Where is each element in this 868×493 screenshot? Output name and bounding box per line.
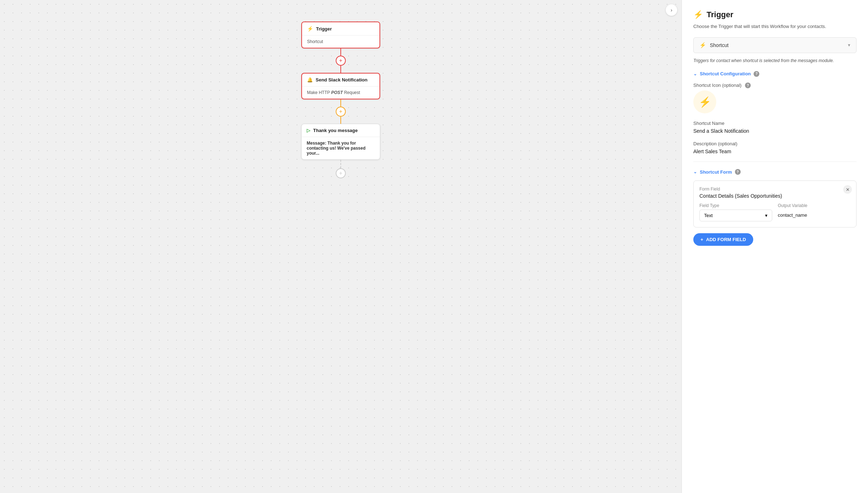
shortcut-config-header[interactable]: ⌄ Shortcut Configuration ? [693, 71, 857, 77]
field-type-value: Text [704, 213, 713, 218]
shortcut-name-group: Shortcut Name Send a Slack Notification [693, 121, 857, 134]
message-icon: ▷ [307, 128, 310, 133]
trigger-node[interactable]: ⚡ Trigger Shortcut [301, 22, 380, 48]
message-node[interactable]: ▷ Thank you message Message: Thank you f… [301, 124, 380, 160]
field-type-chevron: ▾ [765, 213, 768, 218]
message-node-body: Message: Thank you for contacting us! We… [302, 137, 380, 159]
slack-node-header: 🔔 Send Slack Notification [302, 74, 379, 86]
close-form-field-button[interactable]: ✕ [843, 185, 852, 194]
trigger-description: Triggers for contact when shortcut is se… [693, 57, 857, 64]
slack-body-bold: POST [331, 90, 343, 95]
output-variable-value: contact_name [778, 210, 851, 221]
panel-title-icon: ⚡ [693, 10, 703, 19]
message-node-header: ▷ Thank you message [302, 124, 380, 137]
shortcut-config-help[interactable]: ? [754, 71, 759, 77]
message-body-label: Message: [307, 141, 327, 146]
add-form-field-icon: + [700, 237, 703, 242]
panel-title-text: Trigger [707, 10, 733, 19]
connector-1: + [336, 48, 346, 73]
right-panel: ⚡ Trigger Choose the Trigger that will s… [681, 0, 868, 493]
shortcut-form-label: Shortcut Form [700, 169, 732, 175]
slack-node-body: Make HTTP POST Request [302, 86, 379, 99]
panel-subtitle: Choose the Trigger that will start this … [693, 23, 857, 30]
slack-body-pre: Make HTTP [307, 90, 331, 95]
connector-line-1b [340, 66, 341, 73]
trigger-icon: ⚡ [307, 26, 313, 32]
shortcut-form-header[interactable]: ⌄ Shortcut Form ? [693, 169, 857, 175]
shortcut-form-chevron: ⌄ [693, 169, 697, 174]
trigger-select-chevron: ▾ [848, 42, 850, 48]
trigger-node-header: ⚡ Trigger [302, 22, 379, 36]
slack-node[interactable]: 🔔 Send Slack Notification Make HTTP POST… [301, 73, 380, 99]
message-label: Thank you message [313, 128, 358, 133]
connector-line-3 [340, 160, 341, 168]
field-type-col: Field Type Text ▾ [699, 203, 772, 221]
panel-title: ⚡ Trigger [693, 10, 857, 19]
slack-label: Send Slack Notification [316, 77, 367, 83]
field-type-label: Field Type [699, 203, 772, 208]
field-type-row: Field Type Text ▾ Output Variable contac… [699, 203, 850, 221]
trigger-node-body: Shortcut [302, 36, 379, 48]
shortcut-icon-box[interactable]: ⚡ [693, 90, 716, 113]
shortcut-icon-emoji: ⚡ [699, 96, 711, 108]
connector-3: + [336, 160, 346, 178]
slack-body-post: Request [343, 90, 360, 95]
form-field-value: Contact Details (Sales Opportunities) [699, 193, 850, 199]
description-label: Description (optional) [693, 141, 857, 146]
add-form-field-button[interactable]: + ADD FORM FIELD [693, 233, 753, 246]
connector-line-2 [340, 99, 341, 107]
form-field-label: Form Field [699, 187, 850, 192]
add-button-2[interactable]: + [336, 107, 346, 117]
slack-icon: 🔔 [307, 77, 313, 83]
shortcut-config-label: Shortcut Configuration [700, 71, 751, 76]
description-group: Description (optional) Alert Sales Team [693, 141, 857, 154]
shortcut-config-chevron: ⌄ [693, 71, 697, 76]
form-field-box: ✕ Form Field Contact Details (Sales Oppo… [693, 180, 857, 227]
shortcut-icon-help[interactable]: ? [745, 83, 751, 88]
trigger-select-label: Shortcut [710, 42, 728, 48]
canvas-toggle[interactable]: › [666, 4, 677, 16]
shortcut-icon-group: Shortcut Icon (optional) ? ⚡ [693, 83, 857, 114]
add-button-3[interactable]: + [336, 168, 346, 178]
add-button-1[interactable]: + [336, 56, 346, 66]
trigger-label: Trigger [316, 26, 332, 32]
shortcut-icon-label: Shortcut Icon (optional) ? [693, 83, 857, 89]
field-type-select[interactable]: Text ▾ [699, 210, 772, 221]
add-form-field-label: ADD FORM FIELD [706, 237, 746, 242]
connector-2: + [336, 99, 346, 124]
workflow-nodes: ⚡ Trigger Shortcut + 🔔 Send Slack Notifi… [0, 0, 681, 178]
trigger-select-left: ⚡ Shortcut [699, 42, 728, 48]
description-value: Alert Sales Team [693, 149, 857, 154]
shortcut-name-label: Shortcut Name [693, 121, 857, 126]
shortcut-form-help[interactable]: ? [735, 169, 741, 175]
connector-line-2b [340, 117, 341, 124]
trigger-select[interactable]: ⚡ Shortcut ▾ [693, 37, 857, 53]
shortcut-name-value: Send a Slack Notification [693, 128, 857, 134]
shortcut-icon-container: ⚡ [693, 90, 857, 113]
trigger-select-icon: ⚡ [699, 42, 706, 48]
output-variable-col: Output Variable contact_name [778, 203, 851, 221]
section-divider [693, 161, 857, 162]
output-variable-label: Output Variable [778, 203, 851, 208]
canvas: › ⚡ Trigger Shortcut + 🔔 Send Slack Noti… [0, 0, 681, 493]
trigger-body-text: Shortcut [307, 39, 323, 44]
connector-line-1 [340, 48, 341, 56]
